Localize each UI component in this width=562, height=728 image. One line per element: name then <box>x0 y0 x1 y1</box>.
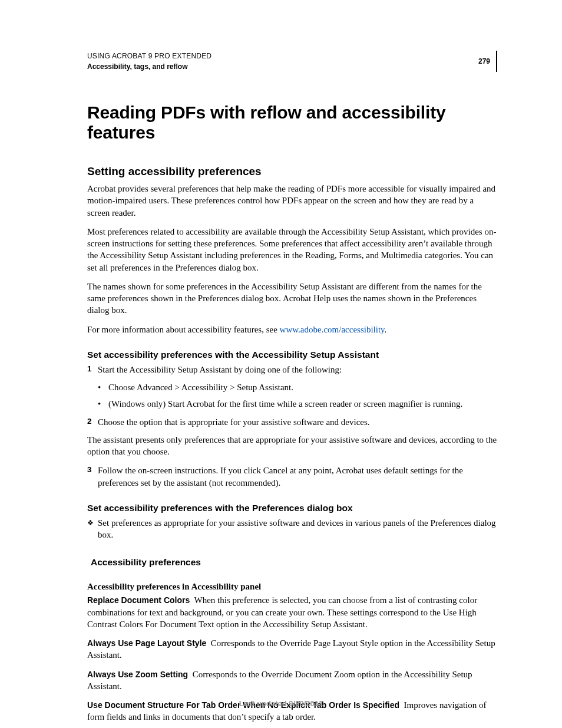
def-term: Replace Document Colors <box>87 595 190 605</box>
ordered-steps-3: 3 Follow the on-screen instructions. If … <box>87 465 497 489</box>
def-page-layout: Always Use Page Layout Style Corresponds… <box>87 637 497 661</box>
heading-prefs-dialog: Set accessibility preferences with the P… <box>87 503 497 513</box>
step-3-text: Follow the on-screen instructions. If yo… <box>98 465 497 489</box>
footer-last-updated: Last updated 9/30/2011 <box>0 699 562 708</box>
bullet-1: • Choose Advanced > Accessibility > Setu… <box>87 381 497 393</box>
step-2-text: Choose the option that is appropriate fo… <box>98 416 497 428</box>
step-1-text: Start the Accessibility Setup Assistant … <box>98 364 497 375</box>
step-1: 1 Start the Accessibility Setup Assistan… <box>87 364 497 375</box>
page-number-block: 279 <box>478 51 497 72</box>
page-title: Reading PDFs with reflow and accessibili… <box>87 103 497 143</box>
bullet-list-1: • Choose Advanced > Accessibility > Setu… <box>87 381 497 410</box>
diamond-icon: ❖ <box>87 517 98 541</box>
bullet-icon: • <box>98 381 108 393</box>
para-intro-3: The names shown for some preferences in … <box>87 281 497 317</box>
diamond-1-text: Set preferences as appropriate for your … <box>98 517 497 541</box>
step-3: 3 Follow the on-screen instructions. If … <box>87 465 497 489</box>
diamond-1: ❖ Set preferences as appropriate for you… <box>87 517 497 541</box>
bullet-icon: • <box>98 398 108 410</box>
panel-title: Accessibility preferences in Accessibili… <box>87 582 497 592</box>
bullet-1-text: Choose Advanced > Accessibility > Setup … <box>108 381 497 393</box>
def-term: Always Use Page Layout Style <box>87 638 206 648</box>
bullet-2-text: (Windows only) Start Acrobat for the fir… <box>108 398 497 410</box>
def-replace-colors: Replace Document Colors When this prefer… <box>87 594 497 630</box>
para-assistant-note: The assistant presents only preferences … <box>87 434 497 458</box>
para-intro-2: Most preferences related to accessibilit… <box>87 226 497 274</box>
ordered-steps: 1 Start the Accessibility Setup Assistan… <box>87 364 497 375</box>
step-2: 2 Choose the option that is appropriate … <box>87 416 497 428</box>
para-intro-4: For more information about accessibility… <box>87 324 497 335</box>
ordered-steps-2: 2 Choose the option that is appropriate … <box>87 416 497 428</box>
bullet-2: • (Windows only) Start Acrobat for the f… <box>87 398 497 410</box>
heading-accessibility-prefs: Accessibility preferences <box>87 557 497 568</box>
page-number: 279 <box>478 57 495 65</box>
header-left: USING ACROBAT 9 PRO EXTENDED Accessibili… <box>87 51 211 72</box>
diamond-list: ❖ Set preferences as appropriate for you… <box>87 517 497 541</box>
header-section: Accessibility, tags, and reflow <box>87 61 211 72</box>
para-intro-1: Acrobat provides several preferences tha… <box>87 183 497 219</box>
def-zoom: Always Use Zoom Setting Corresponds to t… <box>87 668 497 693</box>
step-marker-1: 1 <box>87 364 98 375</box>
link-adobe-accessibility[interactable]: www.adobe.com/accessibility <box>280 325 385 334</box>
heading-setting-prefs: Setting accessibility preferences <box>87 165 497 178</box>
para-intro-4-post: . <box>385 325 387 334</box>
page-number-rule <box>496 51 497 72</box>
def-term: Always Use Zoom Setting <box>87 670 188 679</box>
para-intro-4-pre: For more information about accessibility… <box>87 325 280 334</box>
page: USING ACROBAT 9 PRO EXTENDED Accessibili… <box>0 0 562 728</box>
heading-setup-assistant: Set accessibility preferences with the A… <box>87 350 497 360</box>
step-marker-2: 2 <box>87 416 98 428</box>
step-marker-3: 3 <box>87 465 98 489</box>
header-product: USING ACROBAT 9 PRO EXTENDED <box>87 51 211 61</box>
page-header: USING ACROBAT 9 PRO EXTENDED Accessibili… <box>87 51 497 72</box>
